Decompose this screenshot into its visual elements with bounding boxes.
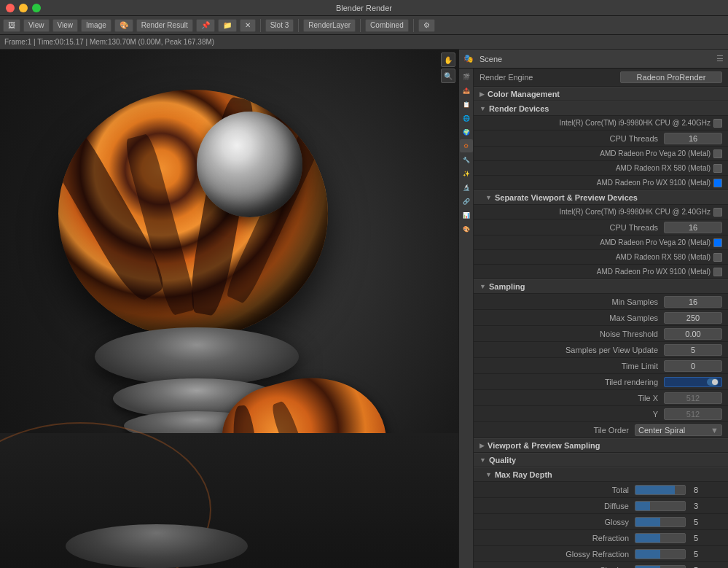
- max-samples-value[interactable]: 250: [664, 312, 722, 324]
- pin-btn[interactable]: 📌: [196, 19, 215, 32]
- view2-menu-btn[interactable]: View: [52, 19, 79, 32]
- glossy-refraction-ray-row: Glossy Refraction 5: [474, 546, 728, 562]
- right-top-bar: 🎭 Scene ☰: [459, 50, 728, 69]
- constraints-icon[interactable]: 🔗: [460, 195, 473, 208]
- total-label: Total: [485, 486, 635, 494]
- physics-icon[interactable]: 🔬: [460, 181, 473, 194]
- compositor-icon-btn[interactable]: 🎨: [114, 19, 133, 32]
- material-icon[interactable]: 🎨: [460, 222, 473, 236]
- render-engine-dropdown[interactable]: Radeon ProRender: [620, 71, 722, 83]
- cpu-threads-value[interactable]: 16: [664, 133, 722, 144]
- gpu2-checkbox[interactable]: [713, 179, 722, 187]
- ray-depth-title: Max Ray Depth: [495, 470, 552, 479]
- props-content[interactable]: Render Engine Radeon ProRender ▶ Color M…: [474, 69, 728, 568]
- tiled-rendering-label: Tiled rendering: [485, 378, 664, 386]
- modifier-props-icon[interactable]: 🔧: [460, 153, 473, 166]
- quality-arrow: ▼: [480, 456, 486, 464]
- image-icon-btn[interactable]: 🖼: [3, 19, 20, 32]
- sep-viewport-title: Separate Viewport & Preview Devices: [495, 193, 638, 202]
- sep-cpu-name: Intel(R) Core(TM) i9-9980HK CPU @ 2.40GH…: [497, 208, 711, 216]
- info-bar: Frame:1 | Time:00:15.17 | Mem:130.70M (0…: [0, 35, 728, 50]
- gpu2-row: AMD Radeon Pro WX 9100 (Metal): [474, 176, 728, 190]
- diffuse-bar-bg: [635, 501, 686, 511]
- hand-tool-btn[interactable]: ✋: [441, 52, 455, 67]
- noise-threshold-value[interactable]: 0.00: [664, 328, 722, 340]
- sep-cpu-checkbox[interactable]: [713, 208, 722, 217]
- total-value: 8: [689, 486, 703, 494]
- max-ray-depth-header[interactable]: ▼ Max Ray Depth: [474, 467, 728, 482]
- render-props-icon[interactable]: 🎬: [460, 70, 473, 83]
- separate-viewport-header[interactable]: ▼ Separate Viewport & Preview Devices: [474, 190, 728, 205]
- folder-btn[interactable]: 📁: [218, 19, 237, 32]
- cpu-checkbox[interactable]: [713, 119, 722, 128]
- samples-view-update-row: Samples per View Update 5: [474, 342, 728, 358]
- sampling-arrow: ▼: [480, 283, 486, 290]
- render-engine-label: Render Engine: [480, 73, 533, 82]
- shadow-bar[interactable]: 5: [635, 565, 722, 569]
- shadow-label: Shadow: [485, 566, 635, 569]
- viewport-controls: ✋ 🔍: [441, 52, 455, 83]
- gpu1-checkbox[interactable]: [713, 164, 722, 173]
- glossy-refraction-bar[interactable]: 5: [635, 549, 722, 559]
- glossy-value: 5: [689, 518, 703, 526]
- tile-y-label: Y: [485, 410, 664, 419]
- maximize-button[interactable]: [32, 4, 41, 12]
- zoom-tool-btn[interactable]: 🔍: [441, 69, 455, 83]
- total-bar[interactable]: 8: [635, 485, 722, 495]
- sep-gpu1-checkbox[interactable]: [713, 253, 722, 262]
- tile-y-value[interactable]: 512: [664, 408, 722, 420]
- view-layer-icon[interactable]: 📋: [460, 98, 473, 111]
- panel-options-btn[interactable]: ☰: [716, 54, 724, 63]
- tile-order-dropdown[interactable]: Center Spiral ▼: [635, 424, 722, 436]
- shadow-ray-row: Shadow 5: [474, 562, 728, 568]
- quality-section-header[interactable]: ▼ Quality: [474, 453, 728, 467]
- render-area[interactable]: ✋ 🔍: [0, 50, 458, 568]
- tiled-rendering-toggle[interactable]: [664, 377, 722, 387]
- render-devices-section-header[interactable]: ▼ Render Devices: [474, 101, 728, 116]
- sep-cpu-threads-row: CPU Threads 16: [474, 219, 728, 236]
- minimize-button[interactable]: [19, 4, 28, 12]
- shadow-bar-fill: [635, 566, 660, 569]
- sep-cpu-threads-value[interactable]: 16: [664, 222, 722, 233]
- render-result-btn[interactable]: Render Result: [136, 19, 193, 32]
- viewport-preview-section[interactable]: ▶ Viewport & Preview Sampling: [474, 438, 728, 453]
- gpu0-checkbox[interactable]: [713, 149, 722, 158]
- color-management-section[interactable]: ▶ Color Management: [474, 87, 728, 101]
- gpu0-name: AMD Radeon Pro Vega 20 (Metal): [491, 149, 711, 157]
- window-title: Blender Render: [336, 4, 392, 12]
- close-img-btn[interactable]: ✕: [240, 19, 256, 32]
- scene-props-icon[interactable]: 🌐: [460, 112, 473, 125]
- view-menu-btn[interactable]: View: [23, 19, 50, 32]
- view-settings-btn[interactable]: ⚙: [418, 19, 435, 32]
- sampling-title: Sampling: [489, 282, 525, 291]
- tile-x-value[interactable]: 512: [664, 392, 722, 404]
- gpu2-name: AMD Radeon Pro WX 9100 (Metal): [491, 179, 711, 187]
- combined-btn[interactable]: Combined: [365, 19, 409, 32]
- min-samples-value[interactable]: 16: [664, 296, 722, 308]
- image-menu-btn[interactable]: Image: [81, 19, 111, 32]
- diffuse-bar[interactable]: 3: [635, 501, 722, 511]
- glossy-bar[interactable]: 5: [635, 517, 722, 527]
- sep-gpu0-checkbox[interactable]: [713, 238, 722, 247]
- slot-btn[interactable]: Slot 3: [265, 19, 294, 32]
- render-layer-btn[interactable]: RenderLayer: [303, 19, 356, 32]
- sep-gpu2-name: AMD Radeon Pro WX 9100 (Metal): [497, 268, 711, 276]
- window-controls[interactable]: [6, 4, 41, 12]
- time-limit-value[interactable]: 0: [664, 360, 722, 372]
- world-props-icon[interactable]: 🌍: [460, 125, 473, 139]
- time-limit-row: Time Limit 0: [474, 358, 728, 374]
- sep-gpu2-checkbox[interactable]: [713, 268, 722, 276]
- particles-icon[interactable]: ✨: [460, 167, 473, 180]
- close-button[interactable]: [6, 4, 15, 12]
- sampling-section-header[interactable]: ▼ Sampling: [474, 279, 728, 294]
- samples-view-update-value[interactable]: 5: [664, 344, 722, 356]
- render-devices-title: Render Devices: [489, 104, 549, 113]
- sep-viewport-arrow: ▼: [485, 194, 492, 201]
- diffuse-value: 3: [689, 502, 703, 510]
- object-data-icon[interactable]: 📊: [460, 209, 473, 222]
- sep-gpu2-row: AMD Radeon Pro WX 9100 (Metal): [474, 265, 728, 279]
- output-props-icon[interactable]: 📤: [460, 84, 473, 97]
- refraction-bar[interactable]: 5: [635, 533, 722, 543]
- samples-view-update-label: Samples per View Update: [485, 346, 664, 354]
- object-props-icon[interactable]: ⚙: [460, 139, 473, 152]
